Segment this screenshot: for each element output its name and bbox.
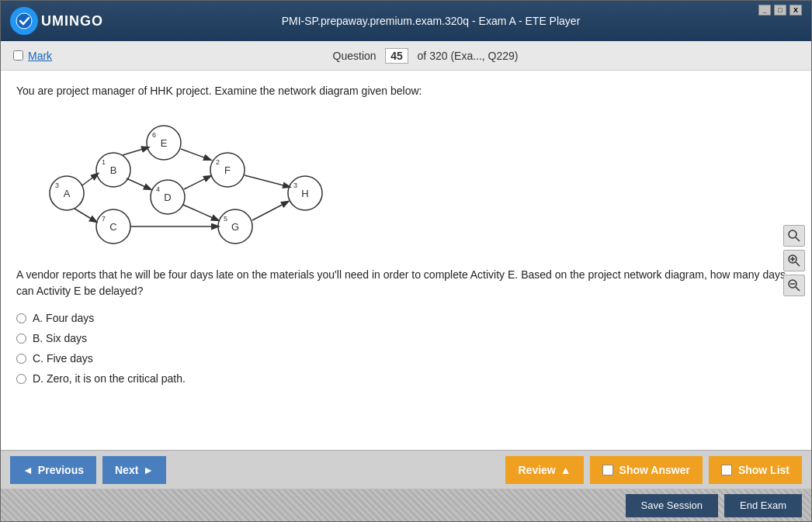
mark-checkbox[interactable] <box>13 50 23 60</box>
radio-c[interactable] <box>16 354 26 364</box>
svg-line-42 <box>796 287 800 291</box>
review-arrow-icon: ▲ <box>560 464 571 476</box>
choices-list: A. Four days B. Six days C. Five days D.… <box>16 312 796 385</box>
choice-b-label: B. Six days <box>33 332 87 344</box>
mark-label[interactable]: Mark <box>28 50 52 62</box>
svg-line-29 <box>181 149 210 160</box>
choice-d-label: D. Zero, it is on the critical path. <box>33 372 186 385</box>
save-session-button[interactable]: Save Session <box>626 494 719 517</box>
svg-line-36 <box>796 237 800 241</box>
brand-name: UMINGO <box>41 13 103 29</box>
window-controls: _ □ X <box>758 5 802 16</box>
review-button[interactable]: Review ▲ <box>505 456 583 484</box>
svg-text:7: 7 <box>102 215 106 223</box>
svg-text:D: D <box>164 192 171 203</box>
content-area: You are project manager of HHK project. … <box>1 71 811 450</box>
svg-line-27 <box>123 147 148 155</box>
review-label: Review <box>518 464 555 476</box>
svg-line-30 <box>184 176 210 189</box>
choice-a-label: A. Four days <box>33 312 94 324</box>
logo-icon <box>10 7 38 35</box>
top-bar: Mark Question 45 of 320 (Exa..., Q229) <box>1 41 811 71</box>
show-list-label: Show List <box>738 464 789 476</box>
svg-text:4: 4 <box>156 185 160 193</box>
svg-line-33 <box>245 175 290 187</box>
side-tools <box>783 225 805 296</box>
choice-d: D. Zero, it is on the critical path. <box>16 372 796 385</box>
show-answer-label: Show Answer <box>619 464 690 476</box>
search-tool-button[interactable] <box>783 225 805 247</box>
diagram-svg: A 3 B 1 C 7 E 6 D 4 G <box>32 112 327 251</box>
logo: UMINGO <box>10 7 103 35</box>
radio-d[interactable] <box>16 374 26 384</box>
show-list-checkbox <box>721 465 732 475</box>
end-exam-button[interactable]: End Exam <box>724 494 802 517</box>
svg-text:F: F <box>224 164 231 176</box>
svg-line-25 <box>82 174 98 185</box>
question-info: Question 45 of 320 (Exa..., Q229) <box>52 48 799 64</box>
svg-text:3: 3 <box>55 181 59 189</box>
svg-point-0 <box>16 13 32 29</box>
svg-text:B: B <box>110 164 117 176</box>
svg-text:3: 3 <box>293 181 297 189</box>
svg-line-28 <box>127 178 151 189</box>
window-title: PMI-SP.prepaway.premium.exam.320q - Exam… <box>103 15 758 27</box>
choice-c: C. Five days <box>16 352 796 365</box>
next-arrow-icon: ► <box>143 464 154 476</box>
maximize-button[interactable]: □ <box>774 5 786 16</box>
svg-text:G: G <box>231 221 239 233</box>
question-text-1: You are project manager of HHK project. … <box>16 83 796 99</box>
zoom-in-button[interactable] <box>783 250 805 271</box>
question-total: of 320 (Exa..., Q229) <box>418 50 519 62</box>
title-bar: UMINGO PMI-SP.prepaway.premium.exam.320q… <box>1 1 811 41</box>
previous-label: Previous <box>38 464 84 476</box>
question-text-2: A vendor reports that he will be four da… <box>16 267 796 299</box>
next-label: Next <box>115 464 138 476</box>
show-answer-button[interactable]: Show Answer <box>590 456 703 484</box>
svg-line-34 <box>252 202 288 220</box>
radio-a[interactable] <box>16 313 26 323</box>
main-window: UMINGO PMI-SP.prepaway.premium.exam.320q… <box>0 0 812 522</box>
bottom-bar: ◄ Previous Next ► Review ▲ Show Answer S… <box>1 450 811 489</box>
svg-text:A: A <box>64 188 71 199</box>
footer-bar: Save Session End Exam <box>1 489 811 521</box>
network-diagram: A 3 B 1 C 7 E 6 D 4 G <box>32 112 796 251</box>
svg-text:6: 6 <box>152 131 156 139</box>
svg-text:H: H <box>301 188 308 199</box>
svg-line-31 <box>183 205 218 220</box>
show-list-button[interactable]: Show List <box>709 456 802 484</box>
svg-point-35 <box>789 230 796 238</box>
mark-section: Mark <box>13 50 52 62</box>
svg-line-26 <box>75 209 96 222</box>
next-button[interactable]: Next ► <box>102 456 166 484</box>
choice-b: B. Six days <box>16 332 796 344</box>
choice-c-label: C. Five days <box>33 352 93 365</box>
svg-text:E: E <box>161 137 168 149</box>
zoom-out-button[interactable] <box>783 275 805 296</box>
svg-text:C: C <box>109 221 116 233</box>
svg-line-38 <box>796 262 800 266</box>
minimize-button[interactable]: _ <box>758 5 771 16</box>
question-number: 45 <box>385 48 408 64</box>
svg-text:2: 2 <box>216 158 220 166</box>
svg-text:1: 1 <box>102 158 106 166</box>
radio-b[interactable] <box>16 334 26 344</box>
svg-text:5: 5 <box>224 215 227 223</box>
choice-a: A. Four days <box>16 312 796 324</box>
close-button[interactable]: X <box>789 5 802 16</box>
show-answer-checkbox <box>602 465 613 475</box>
question-label: Question <box>333 50 377 62</box>
previous-button[interactable]: ◄ Previous <box>10 456 96 484</box>
prev-arrow-icon: ◄ <box>23 464 33 476</box>
